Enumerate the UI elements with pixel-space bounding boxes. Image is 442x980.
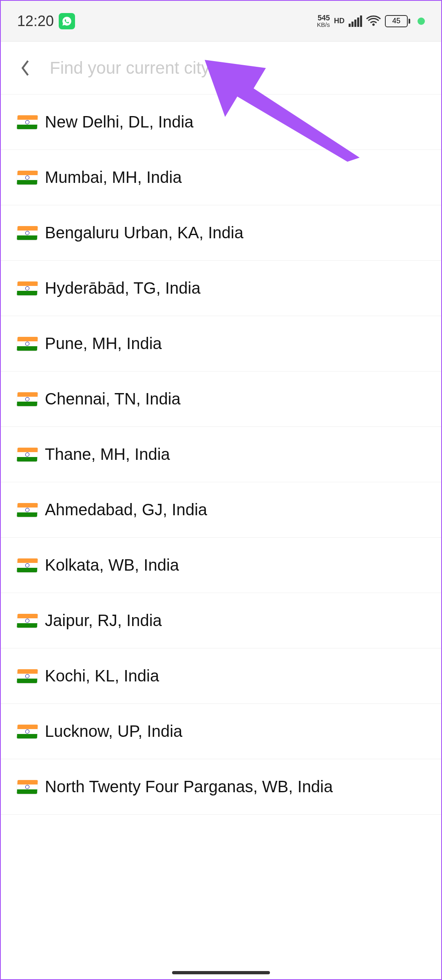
city-item[interactable]: Kolkata, WB, India	[1, 538, 441, 593]
india-flag-icon	[17, 448, 38, 461]
india-flag-icon	[17, 780, 38, 794]
whatsapp-icon	[59, 13, 75, 29]
back-button[interactable]	[17, 60, 33, 76]
city-item[interactable]: Kochi, KL, India	[1, 648, 441, 704]
chevron-left-icon	[20, 59, 31, 77]
city-label: Mumbai, MH, India	[45, 168, 182, 187]
india-flag-icon	[17, 171, 38, 185]
status-left: 12:20	[17, 13, 75, 30]
city-item[interactable]: Lucknow, UP, India	[1, 704, 441, 759]
status-right: 545 KB/s HD 45	[317, 14, 425, 28]
city-label: Hyderābād, TG, India	[45, 279, 201, 297]
city-item[interactable]: New Delhi, DL, India	[1, 94, 441, 150]
privacy-indicator-dot	[418, 18, 425, 25]
city-item[interactable]: Hyderābād, TG, India	[1, 261, 441, 316]
hd-indicator: HD	[334, 17, 345, 25]
city-item[interactable]: Bengaluru Urban, KA, India	[1, 205, 441, 261]
india-flag-icon	[17, 226, 38, 240]
city-label: Thane, MH, India	[45, 445, 170, 464]
city-label: Jaipur, RJ, India	[45, 611, 162, 630]
city-label: North Twenty Four Parganas, WB, India	[45, 778, 333, 796]
city-label: New Delhi, DL, India	[45, 113, 194, 131]
india-flag-icon	[17, 669, 38, 683]
signal-icon	[349, 15, 362, 27]
india-flag-icon	[17, 337, 38, 351]
city-label: Kolkata, WB, India	[45, 556, 179, 574]
home-indicator[interactable]	[172, 971, 270, 974]
net-speed-indicator: 545 KB/s	[317, 14, 330, 28]
city-label: Pune, MH, India	[45, 334, 162, 353]
battery-icon: 45	[385, 15, 410, 27]
india-flag-icon	[17, 115, 38, 129]
city-item[interactable]: Jaipur, RJ, India	[1, 593, 441, 648]
search-header	[1, 42, 441, 94]
india-flag-icon	[17, 558, 38, 572]
city-item[interactable]: Ahmedabad, GJ, India	[1, 482, 441, 538]
india-flag-icon	[17, 392, 38, 406]
city-label: Bengaluru Urban, KA, India	[45, 224, 243, 242]
city-list: New Delhi, DL, India Mumbai, MH, India B…	[1, 94, 441, 815]
india-flag-icon	[17, 503, 38, 517]
city-item[interactable]: Mumbai, MH, India	[1, 150, 441, 205]
city-item[interactable]: Chennai, TN, India	[1, 371, 441, 427]
city-label: Lucknow, UP, India	[45, 722, 182, 740]
city-label: Chennai, TN, India	[45, 390, 181, 408]
city-search-input[interactable]	[50, 58, 425, 78]
city-item[interactable]: North Twenty Four Parganas, WB, India	[1, 759, 441, 815]
city-label: Ahmedabad, GJ, India	[45, 501, 207, 519]
status-time: 12:20	[17, 13, 54, 30]
city-label: Kochi, KL, India	[45, 667, 159, 685]
wifi-icon	[366, 15, 381, 28]
india-flag-icon	[17, 614, 38, 628]
city-item[interactable]: Pune, MH, India	[1, 316, 441, 371]
india-flag-icon	[17, 725, 38, 738]
status-bar: 12:20 545 KB/s HD 45	[1, 1, 441, 42]
city-item[interactable]: Thane, MH, India	[1, 427, 441, 482]
india-flag-icon	[17, 281, 38, 295]
